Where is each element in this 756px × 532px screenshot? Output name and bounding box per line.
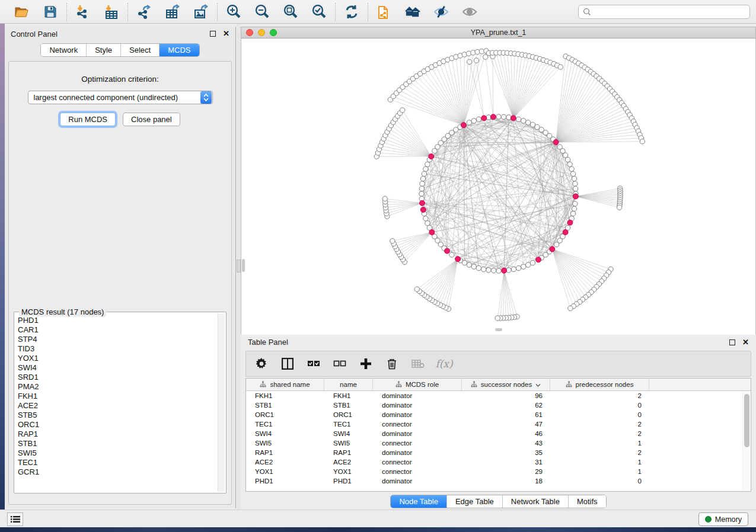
- column-header-shared-name[interactable]: shared name: [246, 379, 324, 390]
- table-cell[interactable]: 2: [550, 391, 649, 400]
- network-node[interactable]: [617, 205, 622, 210]
- network-node[interactable]: [419, 186, 424, 191]
- network-node[interactable]: [569, 166, 574, 171]
- network-node[interactable]: [419, 191, 424, 196]
- zoom-out-icon[interactable]: [254, 4, 270, 20]
- mcds-result-item[interactable]: GCR1: [18, 467, 216, 477]
- zoom-fit-icon[interactable]: [283, 4, 298, 20]
- column-header-successor-nodes[interactable]: successor nodes: [462, 379, 550, 390]
- network-vertical-scrollbar[interactable]: [242, 259, 245, 272]
- network-horizontal-scrollbar[interactable]: [495, 328, 502, 331]
- network-node[interactable]: [422, 171, 426, 176]
- network-node-selected[interactable]: [490, 114, 496, 120]
- network-node-selected[interactable]: [429, 154, 434, 159]
- mcds-result-item[interactable]: FKH1: [18, 392, 216, 401]
- mcds-result-item[interactable]: ORC1: [18, 420, 216, 430]
- table-row[interactable]: YOX1YOX1connector291: [246, 467, 751, 476]
- table-row[interactable]: STB1STB1dominator620: [246, 400, 751, 410]
- import-network-icon[interactable]: [75, 4, 91, 20]
- mcds-result-item[interactable]: TID3: [18, 344, 216, 354]
- table-scrollbar-thumb[interactable]: [744, 394, 749, 447]
- network-node[interactable]: [400, 108, 405, 113]
- network-node-selected[interactable]: [420, 200, 425, 206]
- column-chooser-icon[interactable]: [280, 357, 295, 371]
- tab-network-table[interactable]: Network Table: [503, 495, 569, 508]
- table-row[interactable]: SWI4SWI4dominator462: [246, 429, 751, 438]
- network-node[interactable]: [474, 58, 479, 63]
- network-node[interactable]: [390, 239, 395, 243]
- network-node[interactable]: [420, 176, 425, 181]
- table-cell[interactable]: RAP1: [246, 448, 324, 457]
- float-table-panel-icon[interactable]: [729, 339, 735, 345]
- table-cell[interactable]: dominator: [373, 476, 462, 486]
- table-cell[interactable]: dominator: [373, 391, 462, 400]
- table-cell[interactable]: ORC1: [324, 410, 373, 419]
- tab-mcds[interactable]: MCDS: [160, 44, 199, 56]
- show-graphics-eye-icon[interactable]: [462, 4, 477, 20]
- network-node[interactable]: [558, 65, 563, 69]
- network-node[interactable]: [449, 252, 454, 257]
- network-node[interactable]: [467, 59, 472, 64]
- mcds-result-item[interactable]: RAP1: [18, 430, 216, 439]
- network-node[interactable]: [425, 162, 430, 166]
- mcds-result-item[interactable]: STB5: [18, 411, 216, 420]
- table-row[interactable]: TEC1TEC1connector472: [246, 419, 751, 429]
- mcds-result-item[interactable]: SWI5: [18, 448, 216, 458]
- network-node[interactable]: [506, 115, 511, 120]
- add-column-icon[interactable]: [359, 357, 373, 371]
- import-table-icon[interactable]: [104, 4, 119, 20]
- network-node-selected[interactable]: [502, 268, 507, 273]
- network-node-selected[interactable]: [553, 140, 559, 145]
- table-cell[interactable]: PHD1: [246, 476, 324, 486]
- table-cell[interactable]: SWI5: [246, 438, 324, 448]
- table-cell[interactable]: connector: [373, 438, 462, 448]
- table-row[interactable]: FKH1FKH1dominator962: [246, 391, 751, 400]
- table-row[interactable]: RAP1RAP1dominator352: [246, 448, 751, 457]
- network-node-selected[interactable]: [461, 123, 467, 128]
- memory-button[interactable]: Memory: [698, 512, 748, 526]
- network-node[interactable]: [476, 265, 481, 270]
- run-mcds-button[interactable]: Run MCDS: [60, 113, 116, 126]
- network-node[interactable]: [486, 268, 491, 273]
- table-cell[interactable]: 2: [550, 419, 649, 429]
- network-node[interactable]: [382, 196, 387, 201]
- function-builder-icon[interactable]: f(x): [437, 357, 451, 371]
- table-cell[interactable]: 43: [462, 438, 550, 448]
- table-cell[interactable]: STB1: [246, 400, 324, 410]
- table-cell[interactable]: dominator: [373, 448, 462, 457]
- tab-motifs[interactable]: Motifs: [569, 495, 606, 508]
- zoom-in-icon[interactable]: [226, 4, 241, 20]
- table-cell[interactable]: ACE2: [246, 457, 324, 467]
- tab-network[interactable]: Network: [41, 44, 87, 56]
- network-graph[interactable]: [241, 39, 755, 335]
- network-node[interactable]: [516, 117, 521, 121]
- tab-edge-table[interactable]: Edge Table: [447, 495, 503, 508]
- table-cell[interactable]: SWI5: [324, 438, 373, 448]
- search-box[interactable]: [578, 5, 750, 19]
- table-cell[interactable]: 2: [550, 429, 649, 438]
- network-node[interactable]: [476, 117, 481, 121]
- export-table-icon[interactable]: [165, 4, 180, 20]
- column-header-name[interactable]: name: [324, 379, 373, 390]
- float-panel-icon[interactable]: [210, 31, 216, 37]
- network-node-selected[interactable]: [567, 220, 573, 225]
- table-cell[interactable]: connector: [373, 419, 462, 429]
- network-node[interactable]: [565, 157, 570, 162]
- deselect-all-icon[interactable]: [333, 357, 347, 371]
- gear-icon[interactable]: [254, 357, 269, 371]
- tab-style[interactable]: Style: [87, 44, 121, 56]
- panel-splitter[interactable]: [237, 24, 241, 509]
- network-node[interactable]: [521, 118, 526, 123]
- table-cell[interactable]: dominator: [373, 400, 462, 410]
- delete-column-icon[interactable]: [385, 357, 399, 371]
- zoom-selected-icon[interactable]: [311, 4, 327, 20]
- network-node[interactable]: [573, 181, 578, 186]
- table-cell[interactable]: FKH1: [324, 391, 373, 400]
- table-cell[interactable]: 2: [550, 448, 649, 457]
- network-node[interactable]: [414, 287, 419, 291]
- network-node[interactable]: [516, 265, 521, 270]
- table-cell[interactable]: 35: [462, 448, 550, 457]
- select-all-icon[interactable]: [307, 357, 321, 371]
- export-image-icon[interactable]: [193, 4, 209, 20]
- optimization-criterion-dropdown[interactable]: largest connected component (undirected): [28, 91, 213, 104]
